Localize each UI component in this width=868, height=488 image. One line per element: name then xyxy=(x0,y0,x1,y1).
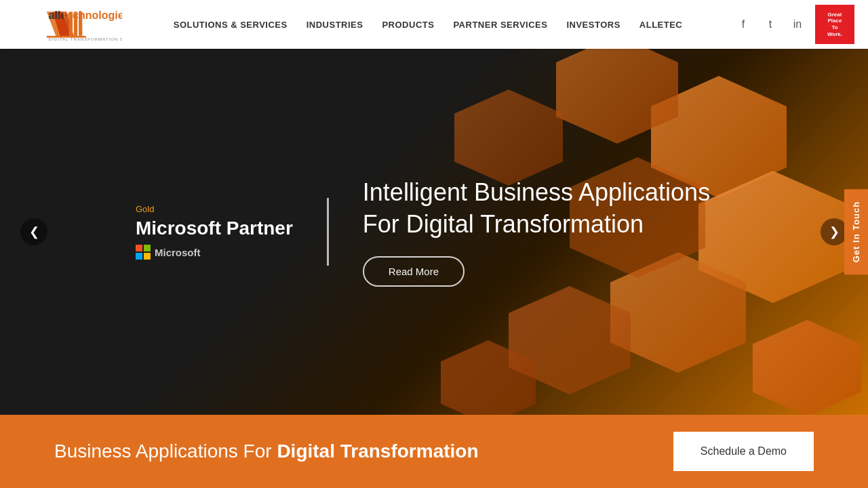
header-right: f t in GreatPlaceToWork. xyxy=(734,5,854,44)
banner-text-normal: Business Applications For xyxy=(54,441,277,462)
hero-title: Intelligent Business Applications For Di… xyxy=(363,177,729,241)
ms-square-yellow xyxy=(144,253,151,260)
microsoft-logo-row: Microsoft xyxy=(136,245,293,260)
great-place-badge: GreatPlaceToWork. xyxy=(815,5,854,44)
ms-square-red xyxy=(136,245,142,251)
svg-text:technologies: technologies xyxy=(63,9,122,21)
company-logo[interactable]: alle technologies DIGITAL TRANSFORMATION… xyxy=(14,7,122,42)
ms-square-green xyxy=(144,245,151,251)
microsoft-brand-text: Microsoft xyxy=(155,247,201,258)
hero-content: Gold Microsoft Partner Microsoft Intelli… xyxy=(0,49,868,415)
linkedin-icon[interactable]: in xyxy=(788,15,807,34)
carousel-prev-button[interactable]: ❮ xyxy=(20,218,47,245)
nav-investors[interactable]: INVESTORS xyxy=(566,20,620,30)
svg-text:DIGITAL TRANSFORMATION SOLUTIO: DIGITAL TRANSFORMATION SOLUTIONS xyxy=(49,37,122,41)
read-more-button[interactable]: Read More xyxy=(363,256,465,287)
microsoft-logo xyxy=(136,245,151,260)
nav-products[interactable]: PRODUCTS xyxy=(382,20,434,30)
nav-alletec[interactable]: ALLETEC xyxy=(639,20,682,30)
bottom-banner: Business Applications For Digital Transf… xyxy=(0,415,868,488)
banner-text: Business Applications For Digital Transf… xyxy=(54,441,479,462)
ms-square-blue xyxy=(136,253,142,260)
schedule-demo-button[interactable]: Schedule a Demo xyxy=(673,432,814,471)
carousel-next-button[interactable]: ❯ xyxy=(821,218,848,245)
hero-text-block: Intelligent Business Applications For Di… xyxy=(363,177,729,287)
logo-area: alle technologies DIGITAL TRANSFORMATION… xyxy=(14,7,122,42)
banner-text-bold: Digital Transformation xyxy=(277,441,478,462)
header: alle technologies DIGITAL TRANSFORMATION… xyxy=(0,0,868,49)
nav-solutions[interactable]: SOLUTIONS & SERVICES xyxy=(174,20,288,30)
get-in-touch-button[interactable]: Get In Touch xyxy=(844,189,868,274)
twitter-icon[interactable]: t xyxy=(761,15,780,34)
nav-industries[interactable]: INDUSTRIES xyxy=(307,20,363,30)
content-divider xyxy=(327,198,329,266)
partner-block: Gold Microsoft Partner Microsoft xyxy=(136,204,293,260)
main-nav: SOLUTIONS & SERVICES INDUSTRIES PRODUCTS… xyxy=(122,20,734,30)
partner-name: Microsoft Partner xyxy=(136,217,293,240)
facebook-icon[interactable]: f xyxy=(734,15,753,34)
partner-tier-label: Gold xyxy=(136,204,293,214)
hero-section: ❮ Gold Microsoft Partner Microsoft Intel… xyxy=(0,49,868,415)
nav-partner-services[interactable]: PARTNER SERVICES xyxy=(453,20,547,30)
